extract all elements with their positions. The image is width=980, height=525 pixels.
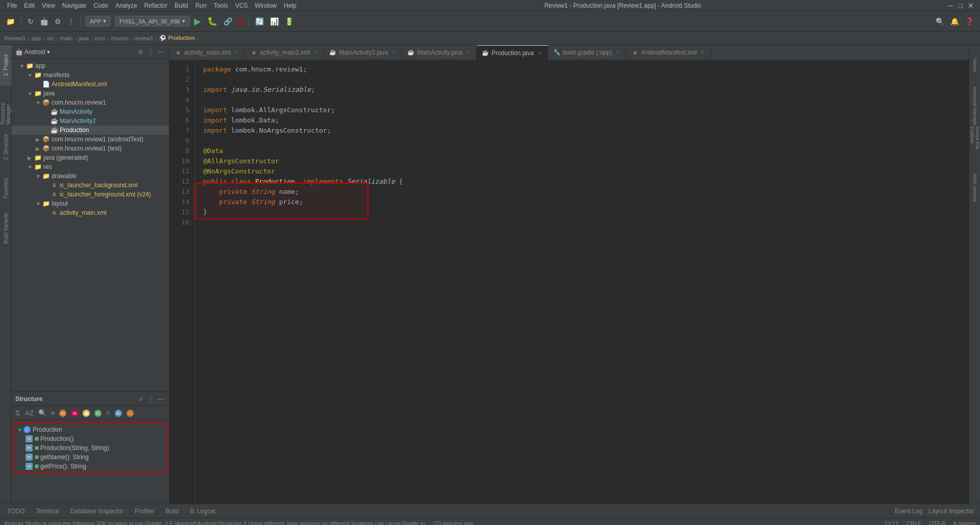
breadcrumb-production[interactable]: ⚽ Production bbox=[159, 35, 195, 41]
breadcrumb-review1[interactable]: review1 bbox=[134, 35, 154, 41]
minimize-button[interactable]: ─ bbox=[946, 0, 955, 12]
struct-item-getname[interactable]: m getName(): String bbox=[15, 453, 165, 462]
menu-vcs[interactable]: VCS bbox=[232, 1, 251, 10]
attach-debugger[interactable]: 🔗 bbox=[222, 15, 234, 28]
menu-refactor[interactable]: Refactor bbox=[141, 1, 170, 10]
struct-item-constructor2[interactable]: m Production(String, String) bbox=[15, 443, 165, 453]
tree-item-java-generated[interactable]: ▶ 📁 java (generated) bbox=[11, 153, 169, 162]
tab-close-3[interactable]: ✕ bbox=[390, 49, 397, 55]
breadcrumb-main[interactable]: main bbox=[60, 35, 72, 41]
run-button[interactable]: ▶ bbox=[192, 14, 203, 29]
tree-item-androidmanifest[interactable]: 📄 AndroidManifest.xml bbox=[11, 80, 169, 89]
structure-expand[interactable]: ⤢ bbox=[137, 394, 144, 404]
filter-public[interactable]: 🔍 bbox=[37, 408, 48, 418]
tab-close-7[interactable]: ✕ bbox=[699, 49, 705, 55]
layout-inspector-link[interactable]: Layout Inspector bbox=[928, 508, 974, 515]
filter-btn7[interactable]: ↔ bbox=[125, 408, 135, 418]
menu-help[interactable]: Help bbox=[281, 1, 300, 10]
line-separator[interactable]: CRLF bbox=[906, 520, 921, 526]
event-log-link[interactable]: Event Log bbox=[895, 508, 922, 515]
tree-item-java[interactable]: ▼ 📁 java bbox=[11, 89, 169, 98]
sort-by-type[interactable]: ⇅ bbox=[13, 408, 22, 418]
struct-item-getprice[interactable]: m getPrice(): String bbox=[15, 462, 165, 471]
panel-more[interactable]: ⋮ bbox=[146, 47, 155, 57]
bottom-tab-build[interactable]: Build bbox=[160, 506, 184, 517]
breadcrumb-app[interactable]: app bbox=[32, 35, 41, 41]
menu-run[interactable]: Run bbox=[192, 1, 210, 10]
android-icon[interactable]: 🤖 bbox=[38, 15, 51, 28]
struct-item-constructor1[interactable]: m Production() bbox=[15, 434, 165, 443]
favorites-tab[interactable]: Favorites bbox=[0, 167, 11, 208]
power-save[interactable]: 🔋 bbox=[283, 15, 296, 28]
tab-close-2[interactable]: ✕ bbox=[312, 49, 318, 55]
tree-item-drawable[interactable]: ▼ 📁 drawable bbox=[11, 171, 169, 181]
sync-gradle[interactable]: 🔄 bbox=[253, 15, 266, 28]
structure-tab-left[interactable]: 2: Structure bbox=[0, 127, 11, 167]
filter-btn5[interactable]: Λ bbox=[105, 409, 111, 417]
tree-item-app[interactable]: ▼ 📁 app bbox=[11, 61, 169, 70]
bottom-tab-todo[interactable]: TODO bbox=[2, 506, 30, 517]
tab-close-4[interactable]: ✕ bbox=[465, 49, 471, 55]
notifications[interactable]: 🔔 bbox=[948, 15, 961, 28]
tree-item-manifests[interactable]: ▼ 📁 manifests bbox=[11, 70, 169, 80]
menu-build[interactable]: Build bbox=[172, 1, 191, 10]
resource-manager-tab[interactable]: Resource Manager bbox=[0, 86, 11, 127]
gear-settings[interactable]: ⚙ bbox=[137, 47, 144, 57]
expand-all[interactable]: ≡ bbox=[50, 408, 57, 418]
profile-button[interactable]: 📊 bbox=[268, 15, 281, 28]
tree-item-test[interactable]: ▶ 📦 com.hnucm.review1 (test) bbox=[11, 144, 169, 153]
menu-window[interactable]: Window bbox=[252, 1, 280, 10]
breadcrumb-com[interactable]: com bbox=[95, 35, 106, 41]
maximize-button[interactable]: □ bbox=[957, 0, 965, 12]
menu-analyze[interactable]: Analyze bbox=[112, 1, 140, 10]
more-options[interactable]: ⋮ bbox=[65, 15, 77, 28]
tree-item-mainactivity2[interactable]: ☕ MainActivity2 bbox=[11, 116, 169, 126]
structure-more[interactable]: ⋮ bbox=[146, 394, 155, 404]
stop-button[interactable]: ■ bbox=[236, 15, 244, 28]
tree-item-ic-fg[interactable]: ≡ ic_launcher_foreground.xml (v24) bbox=[11, 190, 169, 199]
tab-manifest[interactable]: ≡ AndroidManifest.xml ✕ bbox=[626, 45, 711, 60]
tree-item-androidtest[interactable]: ▶ 📦 com.hnucm.review1 (androidTest) bbox=[11, 135, 169, 144]
menu-code[interactable]: Code bbox=[90, 1, 111, 10]
right-tab-viewer[interactable]: Viewer bbox=[969, 45, 980, 86]
encoding[interactable]: UTF-8 bbox=[929, 520, 945, 526]
tab-production[interactable]: ☕ Production.java ✕ bbox=[477, 45, 548, 60]
tab-close-6[interactable]: ✕ bbox=[615, 49, 621, 55]
right-tab-build-variants[interactable]: Build Variants bbox=[969, 167, 980, 208]
tab-activity-main[interactable]: ≡ activity_main.xml ✕ bbox=[169, 45, 245, 60]
tree-item-mainactivity[interactable]: ☕ MainActivity bbox=[11, 107, 169, 116]
tree-item-package-main[interactable]: ▼ 📦 com.hnucm.review1 bbox=[11, 98, 169, 107]
sort-alpha[interactable]: AZ bbox=[23, 408, 35, 418]
bottom-tab-terminal[interactable]: Terminal bbox=[31, 506, 64, 517]
tree-item-layout[interactable]: ▼ 📁 layout bbox=[11, 199, 169, 208]
bottom-tab-profiler[interactable]: Profiler bbox=[130, 506, 159, 517]
tab-mainactivity[interactable]: ☕ MainActivity.java ✕ bbox=[402, 45, 476, 60]
project-tab[interactable]: 1: Project bbox=[0, 45, 11, 86]
menu-file[interactable]: File bbox=[4, 1, 20, 10]
breadcrumb-hnucm[interactable]: hnucm bbox=[111, 35, 128, 41]
breadcrumb-project[interactable]: Review1 bbox=[4, 35, 26, 41]
build-variants-tab[interactable]: Build Variants bbox=[0, 208, 11, 249]
tab-close-1[interactable]: ✕ bbox=[233, 49, 239, 55]
breadcrumb-src[interactable]: src bbox=[47, 35, 55, 41]
filter-btn6[interactable]: A bbox=[113, 408, 124, 418]
device-selector[interactable]: PIXEL_3A_API_30_X86 ▾ bbox=[115, 16, 190, 27]
debug-button[interactable]: 🐛 bbox=[205, 14, 219, 28]
right-tab-device-explorer[interactable]: Device File Explorer bbox=[969, 127, 980, 167]
run-configuration[interactable]: APP ▾ bbox=[85, 16, 111, 27]
tab-activity-main2[interactable]: ≡ activity_main2.xml ✕ bbox=[245, 45, 324, 60]
settings-icon[interactable]: ⚙ bbox=[53, 15, 63, 28]
struct-item-class[interactable]: ▼ C Production bbox=[15, 425, 165, 434]
tab-build-gradle[interactable]: 🔧 build.gradle (:app) ✕ bbox=[548, 45, 627, 60]
menu-view[interactable]: View bbox=[39, 1, 58, 10]
panel-close[interactable]: — bbox=[157, 47, 165, 57]
code-editor[interactable]: 1 2 3 4 5 6 7 8 9 10 11 12 13 14 15 16 bbox=[169, 60, 969, 504]
filter-btn2[interactable]: m bbox=[69, 408, 80, 418]
help-button[interactable]: ❓ bbox=[963, 15, 976, 28]
bottom-tab-db-inspector[interactable]: Database Inspector bbox=[65, 506, 129, 517]
tree-item-activity-main[interactable]: ≡ activity_main.xml bbox=[11, 208, 169, 217]
search-everywhere[interactable]: 🔍 bbox=[934, 15, 946, 28]
tree-item-res[interactable]: ▼ 📁 res bbox=[11, 162, 169, 171]
close-button[interactable]: ✕ bbox=[966, 0, 976, 12]
filter-btn3[interactable]: ◆ bbox=[81, 408, 91, 418]
